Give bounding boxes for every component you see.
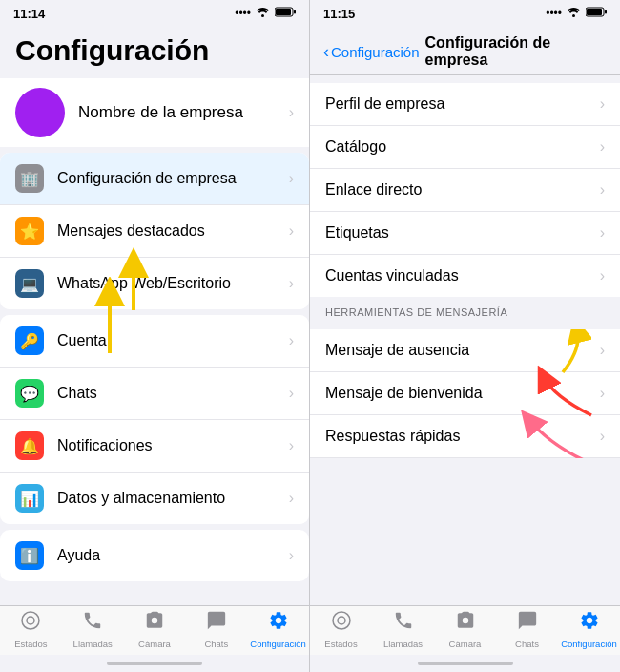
right-section-bottom: Mensaje de ausencia › Mensaje de bienven… <box>310 329 620 458</box>
right-item-ausencia[interactable]: Mensaje de ausencia › <box>310 329 620 372</box>
perfil-label: Perfil de empresa <box>325 95 600 113</box>
ausencia-chevron: › <box>600 342 605 359</box>
cuentas-chevron: › <box>600 267 605 284</box>
back-button[interactable]: ‹ Configuración <box>323 42 420 62</box>
right-status-icons: •••• <box>546 7 607 20</box>
left-panel: 11:14 •••• Configuración <box>0 0 310 672</box>
right-tab-bar: Estados Llamadas Cámara Chats Configurac… <box>310 605 620 655</box>
svg-rect-8 <box>587 9 602 15</box>
right-home-bar <box>418 662 513 665</box>
estados-tab-label-right: Estados <box>324 639 357 649</box>
left-status-icons: •••• <box>235 7 296 20</box>
chats-tab-label-left: Chats <box>204 639 228 649</box>
avatar <box>15 88 65 137</box>
settings-item-destacados[interactable]: ⭐ Mensajes destacados › <box>0 205 309 258</box>
notificaciones-icon: 🔔 <box>15 431 44 460</box>
llamadas-tab-label-right: Llamadas <box>383 639 423 649</box>
settings-section-1: 🏢 Configuración de empresa › ⭐ Mensajes … <box>0 153 309 309</box>
settings-item-chats[interactable]: 💬 Chats › <box>0 368 309 420</box>
profile-name: Nombre de la empresa <box>78 103 289 122</box>
settings-item-empresa[interactable]: 🏢 Configuración de empresa › <box>0 153 309 205</box>
catalogo-chevron: › <box>600 138 605 156</box>
right-battery-icon <box>586 7 607 20</box>
llamadas-tab-label-left: Llamadas <box>73 639 113 649</box>
camara-tab-icon-right <box>455 610 476 637</box>
back-chevron-icon: ‹ <box>323 42 329 62</box>
settings-section-2: 🔑 Cuenta › 💬 Chats › 🔔 Notificaciones › … <box>0 315 309 524</box>
llamadas-tab-icon-left <box>82 610 103 637</box>
tab-camara-left[interactable]: Cámara <box>124 610 186 649</box>
destacados-label: Mensajes destacados <box>57 222 289 240</box>
profile-chevron: › <box>289 104 294 121</box>
cuenta-icon: 🔑 <box>15 326 44 355</box>
settings-item-almacenamiento[interactable]: 📊 Datos y almacenamiento › <box>0 472 309 524</box>
web-chevron: › <box>289 275 294 292</box>
svg-point-11 <box>338 617 345 624</box>
tab-estados-right[interactable]: Estados <box>310 610 372 649</box>
configuracion-tab-icon-left <box>268 610 289 637</box>
left-home-bar <box>107 662 202 665</box>
bienvenida-label: Mensaje de bienvenida <box>325 385 600 402</box>
camara-tab-label-right: Cámara <box>449 639 482 649</box>
almacenamiento-chevron: › <box>289 490 294 507</box>
tab-llamadas-left[interactable]: Llamadas <box>62 610 124 649</box>
left-status-bar: 11:14 •••• <box>0 0 309 27</box>
cuentas-label: Cuentas vinculadas <box>325 267 600 284</box>
left-home-indicator <box>0 655 309 672</box>
empresa-icon: 🏢 <box>15 164 44 193</box>
tab-configuracion-left[interactable]: Configuración <box>247 610 309 649</box>
tab-chats-left[interactable]: Chats <box>185 610 247 649</box>
right-signal: •••• <box>546 7 562 20</box>
signal-dots: •••• <box>235 7 251 20</box>
settings-item-web[interactable]: 💻 WhatsApp Web/Escritorio › <box>0 258 309 309</box>
llamadas-tab-icon-right <box>393 610 414 637</box>
right-item-cuentas[interactable]: Cuentas vinculadas › <box>310 255 620 297</box>
svg-point-0 <box>261 14 264 17</box>
settings-item-ayuda[interactable]: ℹ️ Ayuda › <box>0 530 309 581</box>
settings-item-notificaciones[interactable]: 🔔 Notificaciones › <box>0 420 309 472</box>
svg-point-4 <box>22 612 39 629</box>
tab-chats-right[interactable]: Chats <box>496 610 558 649</box>
svg-rect-2 <box>276 9 291 15</box>
svg-rect-3 <box>294 10 296 14</box>
notificaciones-chevron: › <box>289 437 294 454</box>
tab-estados-left[interactable]: Estados <box>0 610 62 649</box>
tab-camara-right[interactable]: Cámara <box>434 610 496 649</box>
right-nav-bar: ‹ Configuración Configuración de empresa <box>310 27 620 75</box>
svg-point-10 <box>333 612 350 629</box>
chats-icon: 💬 <box>15 379 44 408</box>
profile-row[interactable]: Nombre de la empresa › <box>0 78 309 147</box>
ayuda-chevron: › <box>289 547 294 564</box>
right-item-enlace[interactable]: Enlace directo › <box>310 169 620 212</box>
notificaciones-label: Notificaciones <box>57 437 289 454</box>
chats-tab-label-right: Chats <box>515 639 539 649</box>
estados-tab-icon-left <box>20 610 41 637</box>
web-label: WhatsApp Web/Escritorio <box>57 275 289 292</box>
left-content: Configuración Nombre de la empresa › 🏢 C… <box>0 27 309 605</box>
right-item-catalogo[interactable]: Catálogo › <box>310 126 620 169</box>
empresa-label: Configuración de empresa <box>57 170 289 187</box>
back-label: Configuración <box>331 44 420 60</box>
right-item-respuestas[interactable]: Respuestas rápidas › <box>310 415 620 458</box>
etiquetas-chevron: › <box>600 224 605 242</box>
ayuda-icon: ℹ️ <box>15 541 44 570</box>
tab-llamadas-right[interactable]: Llamadas <box>372 610 434 649</box>
almacenamiento-label: Datos y almacenamiento <box>57 490 289 507</box>
right-status-bar: 11:15 •••• <box>310 0 620 27</box>
ayuda-label: Ayuda <box>57 547 289 564</box>
settings-item-cuenta[interactable]: 🔑 Cuenta › <box>0 315 309 368</box>
cuenta-chevron: › <box>289 332 294 349</box>
svg-point-6 <box>572 14 575 17</box>
page-title: Configuración <box>0 27 309 73</box>
tab-configuracion-right[interactable]: Configuración <box>558 610 620 649</box>
destacados-icon: ⭐ <box>15 217 44 245</box>
right-item-perfil[interactable]: Perfil de empresa › <box>310 83 620 126</box>
respuestas-chevron: › <box>600 428 605 445</box>
respuestas-label: Respuestas rápidas <box>325 428 600 445</box>
settings-section-3: ℹ️ Ayuda › <box>0 530 309 581</box>
right-item-etiquetas[interactable]: Etiquetas › <box>310 212 620 255</box>
left-tab-bar: Estados Llamadas Cámara Chats Configurac… <box>0 605 309 655</box>
catalogo-label: Catálogo <box>325 138 600 156</box>
right-item-bienvenida[interactable]: Mensaje de bienvenida › <box>310 372 620 415</box>
right-panel: 11:15 •••• ‹ Configuración <box>310 0 620 672</box>
